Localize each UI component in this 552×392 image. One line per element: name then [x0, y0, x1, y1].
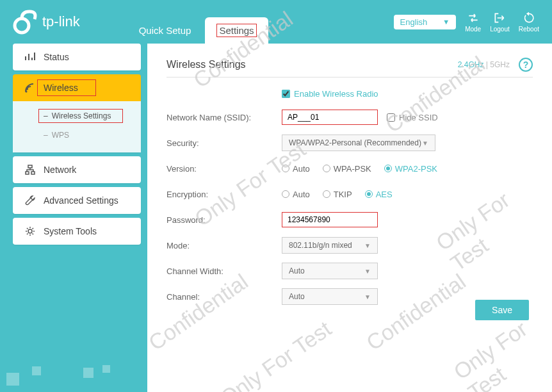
version-wpa2-radio[interactable]: WPA2-PSK	[384, 164, 437, 174]
svg-rect-9	[102, 365, 110, 373]
header: tp-link Quick Setup Settings English ▼ M…	[0, 0, 552, 44]
content-panel: Confidential Only For Test Confidential …	[147, 44, 552, 392]
sidebar: Status Wireless –Wireless Settings –WPS …	[13, 44, 141, 249]
reboot-icon	[523, 12, 535, 24]
wrench-icon	[24, 195, 36, 206]
sidebar-item-wireless[interactable]: Wireless	[13, 74, 141, 101]
brand-logo: tp-link	[13, 9, 80, 35]
version-auto-radio[interactable]: Auto	[282, 164, 310, 174]
channel-select[interactable]: Auto ▼	[282, 288, 378, 305]
svg-rect-3	[26, 172, 29, 174]
enable-wireless-input[interactable]	[282, 90, 290, 98]
status-icon	[24, 51, 36, 63]
encryption-auto-radio[interactable]: Auto	[282, 190, 310, 199]
ssid-input[interactable]	[282, 110, 378, 125]
svg-point-5	[28, 229, 32, 233]
svg-rect-6	[6, 373, 19, 386]
ssid-label: Network Name (SSID):	[166, 113, 282, 122]
language-select[interactable]: English ▼	[394, 15, 457, 29]
encryption-label: Encryption:	[166, 190, 282, 199]
encryption-tkip-radio[interactable]: TKIP	[323, 190, 352, 199]
help-icon[interactable]: ?	[519, 58, 533, 72]
tab-quick-setup[interactable]: Quick Setup	[125, 17, 206, 44]
tab-settings[interactable]: Settings	[205, 17, 268, 44]
svg-rect-4	[31, 172, 35, 174]
svg-point-1	[26, 91, 28, 93]
channel-width-label: Channel Width:	[166, 266, 282, 276]
decorative-shapes	[0, 354, 128, 392]
logout-button[interactable]: Logout	[490, 12, 510, 33]
enable-wireless-checkbox[interactable]: Enable Wireless Radio	[282, 89, 533, 99]
password-input[interactable]	[282, 212, 378, 227]
network-icon	[24, 164, 36, 176]
save-button[interactable]: Save	[475, 300, 529, 320]
chevron-down-icon: ▼	[364, 268, 371, 275]
submenu-wps[interactable]: –WPS	[13, 126, 141, 145]
band-switch[interactable]: 2.4GHz | 5GHz	[458, 60, 510, 69]
watermark: Only For Test	[216, 316, 336, 392]
brand-text: tp-link	[42, 13, 80, 30]
chevron-down-icon: ▼	[364, 293, 371, 300]
wireless-submenu: –Wireless Settings –WPS	[13, 101, 141, 152]
svg-point-0	[15, 19, 29, 33]
svg-rect-8	[83, 368, 93, 378]
mode-select[interactable]: 802.11b/g/n mixed ▼	[282, 237, 378, 254]
page-title: Wireless Settings	[166, 59, 246, 70]
chevron-down-icon: ▼	[422, 140, 428, 147]
hide-ssid-checkbox[interactable]: Hide SSID	[387, 113, 438, 122]
version-label: Version:	[166, 164, 282, 174]
sidebar-item-advanced[interactable]: Advanced Settings	[13, 187, 141, 214]
wireless-icon	[24, 82, 36, 94]
chevron-down-icon: ▼	[442, 18, 450, 26]
chevron-down-icon: ▼	[364, 242, 371, 249]
submenu-wireless-settings[interactable]: –Wireless Settings	[13, 106, 141, 126]
svg-rect-7	[32, 366, 41, 375]
watermark: Only For Test	[449, 308, 552, 392]
mode-icon	[467, 12, 480, 24]
password-label: Password:	[166, 215, 282, 225]
version-wpa-radio[interactable]: WPA-PSK	[323, 164, 371, 174]
sidebar-item-system[interactable]: System Tools	[13, 218, 141, 245]
channel-label: Channel:	[166, 292, 282, 302]
mode-button[interactable]: Mode	[465, 12, 481, 33]
reboot-button[interactable]: Reboot	[519, 12, 539, 33]
header-tabs: Quick Setup Settings	[125, 0, 268, 44]
svg-rect-2	[28, 165, 32, 168]
sidebar-item-network[interactable]: Network	[13, 156, 141, 183]
sidebar-item-status[interactable]: Status	[13, 44, 141, 70]
tp-link-logo-icon	[13, 9, 38, 35]
channel-width-select[interactable]: Auto ▼	[282, 263, 378, 279]
logout-icon	[493, 12, 506, 24]
mode-label: Mode:	[166, 241, 282, 250]
language-value: English	[400, 17, 428, 27]
security-label: Security:	[166, 138, 282, 148]
encryption-aes-radio[interactable]: AES	[365, 190, 393, 199]
gear-icon	[24, 225, 36, 237]
security-select[interactable]: WPA/WPA2-Personal (Recommended) ▼	[282, 135, 435, 151]
